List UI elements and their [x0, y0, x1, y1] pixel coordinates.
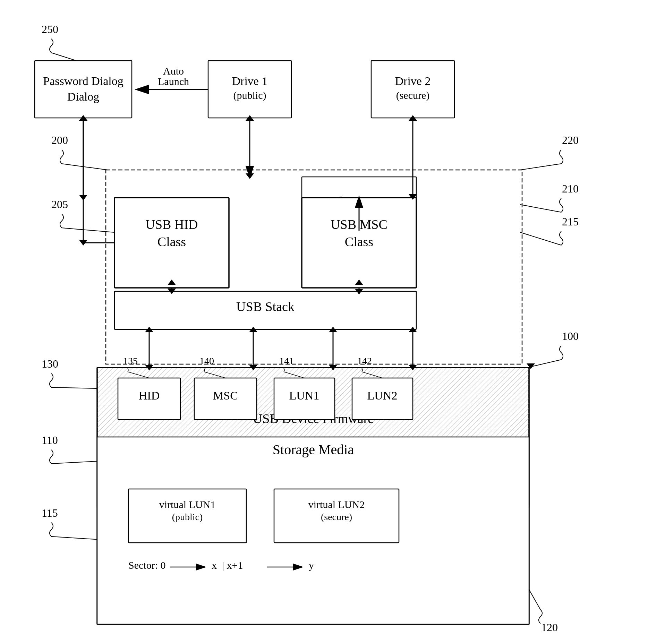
usb-hid-class-label-1: USB HID: [146, 217, 198, 232]
ref-141: 141: [279, 355, 294, 366]
squiggle-220: [560, 150, 563, 164]
auto-launch-label-1: Auto: [163, 65, 184, 77]
drive2-label-1: Drive 2: [395, 75, 431, 87]
ref-250: 250: [42, 23, 58, 35]
squiggle-210: [560, 198, 563, 212]
squiggle-250: [50, 39, 53, 53]
drive1-label-2: (public): [233, 89, 266, 101]
squiggle-line-200: [62, 164, 108, 170]
ref-140: 140: [199, 355, 214, 366]
password-dialog-label-2: Dialog: [67, 90, 100, 103]
ref-120: 120: [541, 621, 558, 634]
squiggle-100: [560, 346, 563, 360]
sector-label: Sector: 0: [128, 559, 165, 571]
squiggle-115: [50, 523, 53, 536]
d1-fs-down: [246, 173, 254, 179]
ref-115: 115: [42, 507, 58, 519]
hid-label: HID: [139, 389, 160, 402]
squiggle-line-130: [51, 387, 97, 388]
virtual-lun1-label-2: (public): [172, 512, 203, 522]
squiggle-200: [60, 150, 63, 164]
squiggle-line-220: [520, 164, 561, 170]
ref-100: 100: [562, 330, 579, 342]
squiggle-line-110: [51, 461, 97, 464]
ref-215: 215: [562, 215, 579, 228]
virtual-lun2-label-2: (secure): [321, 512, 352, 522]
password-dialog-label-1: Password Dialog: [43, 75, 123, 87]
ref-205: 205: [51, 198, 68, 211]
auto-launch-label-2: Launch: [158, 76, 189, 87]
ref-210: 210: [562, 182, 579, 195]
squiggle-205: [60, 214, 63, 228]
ref-142: 142: [357, 355, 372, 366]
squiggle-110: [50, 450, 53, 464]
ref-220: 220: [562, 134, 579, 146]
lun2-label: LUN2: [367, 389, 398, 402]
storage-media-label: Storage Media: [273, 442, 354, 457]
ref-110: 110: [42, 434, 58, 446]
msc-label: MSC: [213, 389, 238, 402]
squiggle-line-215: [520, 232, 561, 245]
squiggle-130: [50, 373, 53, 387]
squiggle-215: [560, 231, 563, 245]
virtual-lun2-label-1: virtual LUN2: [308, 499, 365, 510]
squiggle-line-205: [62, 228, 114, 232]
password-dialog-box: [35, 61, 132, 118]
squiggle-line-120: [529, 590, 540, 610]
lun1-label: LUN1: [289, 389, 319, 402]
squiggle-line-250: [51, 53, 76, 61]
virtual-lun1-label-1: virtual LUN1: [159, 499, 215, 510]
sector-sep-label: | x+1: [222, 559, 243, 571]
usb-hid-class-label-2: Class: [157, 234, 186, 249]
diagram-container: 250 Password Dialog Dialog Auto Launch D…: [0, 0, 648, 644]
usb-msc-class-label-2: Class: [345, 234, 373, 249]
sector-y-label: y: [309, 559, 314, 571]
sector-x-label: x: [212, 559, 217, 571]
usb-stack-label: USB Stack: [236, 299, 295, 314]
drive2-label-2: (secure): [396, 89, 430, 101]
ref-130: 130: [42, 358, 58, 370]
drive1-label-1: Drive 1: [232, 75, 268, 87]
ref-135: 135: [123, 355, 138, 366]
squiggle-line-210: [520, 205, 561, 212]
ref-200: 200: [51, 134, 68, 146]
